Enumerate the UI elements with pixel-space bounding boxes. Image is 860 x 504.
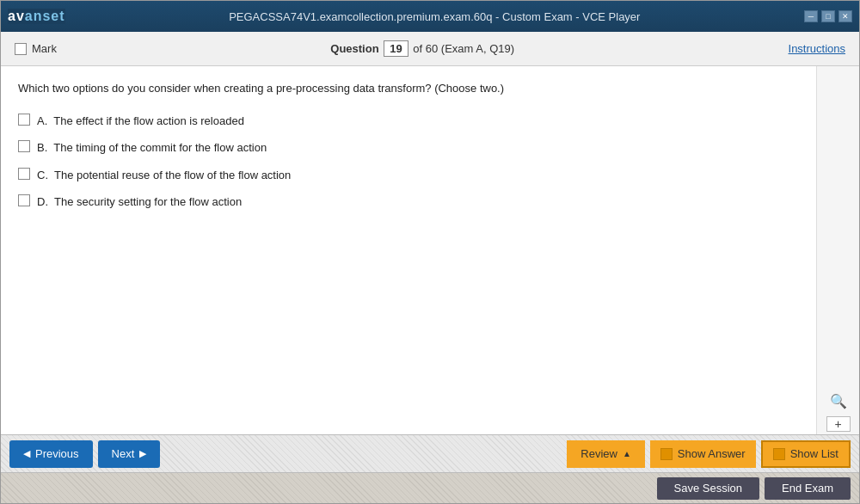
title-bar: avanset PEGACSSA74V1.examcollection.prem… (1, 1, 859, 32)
question-area: Which two options do you consider when c… (1, 66, 816, 434)
answer-option-c: C. The potential reuse of the flow of th… (18, 167, 799, 184)
show-answer-label: Show Answer (678, 447, 746, 460)
review-button[interactable]: Review ▲ (567, 440, 645, 468)
instructions-link[interactable]: Instructions (789, 42, 845, 55)
mark-checkbox[interactable] (15, 43, 27, 55)
answer-text-a: A. The effect if the flow action is relo… (37, 113, 244, 130)
answer-option-a: A. The effect if the flow action is relo… (18, 113, 799, 130)
answer-text-d: D. The security setting for the flow act… (37, 194, 242, 211)
right-sidebar: 🔍 + − (816, 66, 859, 434)
title-bar-left: avanset (8, 9, 65, 24)
zoom-icon: 🔍 (830, 393, 847, 409)
review-label: Review (580, 447, 617, 460)
next-label: Next (112, 447, 135, 460)
logo-part2: anset (25, 9, 65, 23)
prev-arrow-icon: ◀ (23, 448, 30, 459)
question-number: 19 (384, 40, 408, 57)
answer-option-b: B. The timing of the commit for the flow… (18, 139, 799, 157)
checkbox-d[interactable] (18, 194, 30, 206)
show-list-button[interactable]: Show List (761, 440, 851, 468)
answer-text-b: B. The timing of the commit for the flow… (37, 139, 267, 157)
answer-option-d: D. The security setting for the flow act… (18, 194, 799, 211)
show-list-label: Show List (790, 447, 838, 460)
question-header: Mark Question 19 of 60 (Exam A, Q19) Ins… (1, 32, 859, 66)
previous-label: Previous (35, 447, 79, 460)
question-text: Which two options do you consider when c… (18, 80, 799, 97)
minimize-button[interactable]: ─ (804, 10, 818, 22)
mark-area: Mark (15, 42, 57, 55)
mark-label: Mark (32, 42, 57, 55)
content-area: Which two options do you consider when c… (1, 66, 859, 434)
previous-button[interactable]: ◀ Previous (9, 440, 93, 468)
question-info: Question 19 of 60 (Exam A, Q19) (57, 40, 789, 57)
checkbox-b[interactable] (18, 140, 30, 152)
checkbox-c[interactable] (18, 168, 30, 180)
question-label: Question (330, 42, 378, 55)
checkbox-a[interactable] (18, 114, 30, 126)
logo-part1: av (8, 9, 25, 23)
zoom-in-button[interactable]: + (826, 416, 851, 432)
question-total: of 60 (Exam A, Q19) (413, 42, 514, 55)
answer-text-c: C. The potential reuse of the flow of th… (37, 167, 291, 184)
review-arrow-icon: ▲ (623, 449, 631, 458)
next-arrow-icon: ▶ (139, 448, 146, 459)
show-list-icon (773, 448, 785, 460)
window-title: PEGACSSA74V1.examcollection.premium.exam… (65, 10, 804, 23)
save-session-button[interactable]: Save Session (657, 477, 760, 500)
action-bar: Save Session End Exam (1, 472, 859, 503)
show-answer-icon (660, 448, 673, 460)
window-controls[interactable]: ─ □ ✕ (804, 10, 852, 22)
show-answer-button[interactable]: Show Answer (650, 440, 756, 468)
restore-button[interactable]: □ (821, 10, 835, 22)
close-button[interactable]: ✕ (838, 10, 852, 22)
next-button[interactable]: Next ▶ (98, 440, 161, 468)
end-exam-button[interactable]: End Exam (765, 477, 851, 500)
logo: avanset (8, 9, 65, 24)
bottom-navigation: ◀ Previous Next ▶ Review ▲ Show Answer S… (1, 434, 859, 472)
